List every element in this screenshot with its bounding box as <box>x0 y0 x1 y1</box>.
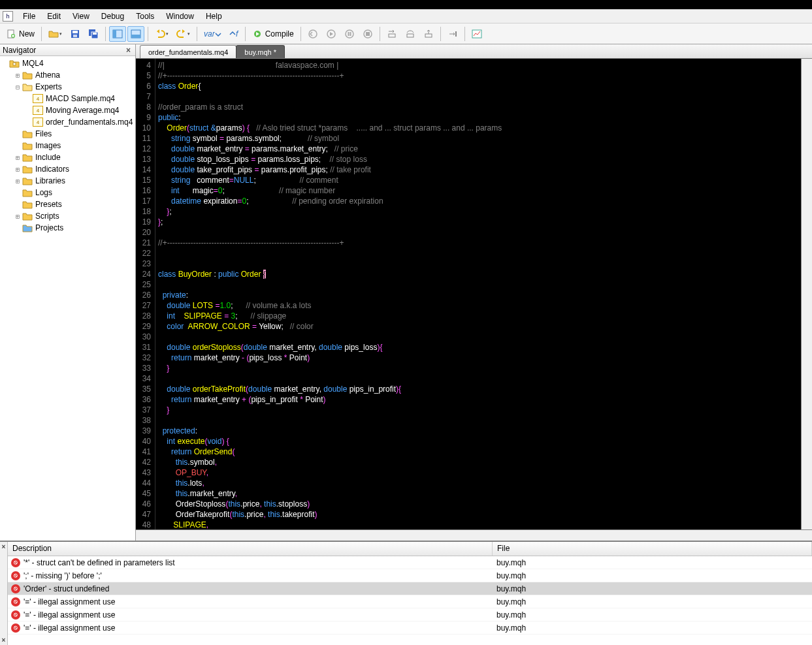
tree-item[interactable]: Images <box>0 140 135 151</box>
menu-window[interactable]: Window <box>160 10 200 23</box>
mq4-file-icon: 4 <box>33 106 43 115</box>
folder-icon <box>22 129 33 138</box>
error-icon: ⦸ <box>11 584 20 593</box>
error-icon: ⦸ <box>11 623 20 633</box>
tree-item[interactable]: Files <box>0 128 135 140</box>
expander-icon[interactable]: ⊞ <box>13 72 22 79</box>
code-content[interactable]: //| falavaspace.com |//+----------------… <box>155 59 801 529</box>
tree-item[interactable]: Presets <box>0 198 135 210</box>
menu-tools[interactable]: Tools <box>130 10 160 23</box>
tree-item[interactable]: ⊞Scripts <box>0 210 135 222</box>
tree-item-label: Logs <box>35 188 52 197</box>
expander-icon[interactable]: ⊞ <box>13 154 22 161</box>
step-out-button[interactable] <box>420 26 437 42</box>
error-icon: ⦸ <box>11 597 20 606</box>
tree-item[interactable]: Logs <box>0 187 135 198</box>
errors-close-icon[interactable]: × <box>2 543 6 550</box>
navigator-panel: Navigator × MQL4⊞Athena⊟Experts4MACD Sam… <box>0 44 136 541</box>
expander-icon[interactable]: ⊞ <box>13 178 22 185</box>
tree-root[interactable]: MQL4 <box>0 57 135 69</box>
error-row[interactable]: ⦸'=' - illegal assignment usebuy.mqh <box>8 621 812 635</box>
tree-item-label: MACD Sample.mq4 <box>46 94 115 103</box>
save-all-button[interactable] <box>85 26 102 42</box>
folder-icon <box>22 153 33 162</box>
error-description: 'Order' - struct undefined <box>24 584 109 593</box>
error-description: '=' - illegal assignment use <box>24 597 115 606</box>
tree-item[interactable]: ⊞Include <box>0 151 135 163</box>
tab-strip: order_fundamentals.mq4buy.mqh * <box>136 44 812 59</box>
error-row[interactable]: ⦸'=' - illegal assignment usebuy.mqh <box>8 595 812 608</box>
vertical-scrollbar[interactable] <box>801 59 812 529</box>
error-file: buy.mqh <box>493 610 812 620</box>
editor-tab[interactable]: order_fundamentals.mq4 <box>140 45 236 58</box>
errors-col-description[interactable]: Description <box>8 542 493 556</box>
func-button[interactable]: f <box>226 26 242 42</box>
folder-icon <box>22 188 33 197</box>
menu-debug[interactable]: Debug <box>95 10 130 23</box>
tree-item[interactable]: 4MACD Sample.mq4 <box>0 93 135 104</box>
undo-button[interactable]: ▾ <box>152 26 172 42</box>
view-pane2-button[interactable] <box>127 26 144 42</box>
horizontal-scrollbar[interactable] <box>136 529 812 541</box>
view-pane1-button[interactable] <box>109 26 126 42</box>
tree-item-label: Projects <box>35 223 63 232</box>
folder-icon <box>22 71 33 80</box>
editor-tab[interactable]: buy.mqh * <box>236 45 285 58</box>
tree-item[interactable]: 4Moving Average.mq4 <box>0 104 135 116</box>
menu-help[interactable]: Help <box>200 10 228 23</box>
new-label: New <box>19 29 35 39</box>
svg-rect-23 <box>455 31 457 37</box>
expander-icon[interactable]: ⊟ <box>13 84 22 91</box>
error-row[interactable]: ⦸';' - missing ')' before ';'buy.mqh <box>8 569 812 582</box>
redo-button[interactable]: ▾ <box>173 26 193 42</box>
save-button[interactable] <box>67 26 84 42</box>
tree-item[interactable]: ⊞Indicators <box>0 163 135 175</box>
tree-item[interactable]: ⊟Experts <box>0 81 135 93</box>
errors-col-file[interactable]: File <box>493 542 812 556</box>
debug-stop-button[interactable] <box>359 26 376 42</box>
new-button[interactable]: New <box>3 26 38 42</box>
svg-rect-22 <box>425 34 432 37</box>
tree-item[interactable]: ⊞Libraries <box>0 175 135 187</box>
error-row[interactable]: ⦸'*' - struct can't be defined in parame… <box>8 556 812 569</box>
compile-button[interactable]: Compile <box>249 26 297 42</box>
debug-pause-button[interactable] <box>341 26 358 42</box>
app-icon: h <box>3 11 13 22</box>
tree-item[interactable]: ⊞Athena <box>0 69 135 81</box>
debug-rewind-button[interactable] <box>304 26 321 42</box>
navigator-tree[interactable]: MQL4⊞Athena⊟Experts4MACD Sample.mq44Movi… <box>0 56 135 541</box>
tree-item[interactable]: Projects <box>0 222 135 234</box>
folder-icon <box>22 141 33 150</box>
error-icon: ⦸ <box>11 571 20 580</box>
menubar: h FileEditViewDebugToolsWindowHelp <box>0 9 812 24</box>
folder-icon <box>22 212 33 221</box>
folder-icon <box>22 223 33 232</box>
compile-label: Compile <box>265 29 294 39</box>
mq4-file-icon: 4 <box>33 94 43 103</box>
var-button[interactable]: var <box>201 26 225 42</box>
expander-icon[interactable]: ⊞ <box>13 213 22 220</box>
step-over-button[interactable] <box>402 26 419 42</box>
error-description: '=' - illegal assignment use <box>24 623 115 633</box>
menu-edit[interactable]: Edit <box>41 10 67 23</box>
error-row[interactable]: ⦸'Order' - struct undefinedbuy.mqh <box>8 582 812 595</box>
svg-rect-7 <box>93 33 97 35</box>
run-to-button[interactable] <box>444 26 461 42</box>
errors-rows[interactable]: ⦸'*' - struct can't be defined in parame… <box>8 556 812 645</box>
expander-icon[interactable]: ⊞ <box>13 166 22 173</box>
svg-rect-17 <box>349 32 351 36</box>
code-editor[interactable]: 4567891011121314151617181920212223242526… <box>136 59 812 529</box>
debug-start-button[interactable] <box>323 26 340 42</box>
folder-icon <box>22 200 33 209</box>
tree-item-label: Scripts <box>35 212 59 221</box>
error-row[interactable]: ⦸'=' - illegal assignment usebuy.mqh <box>8 608 812 621</box>
step-into-button[interactable] <box>383 26 400 42</box>
menu-file[interactable]: File <box>17 10 41 23</box>
navigator-close-icon[interactable]: × <box>124 46 133 55</box>
open-button[interactable]: ▾ <box>45 26 65 42</box>
errors-close-icon-2[interactable]: × <box>2 637 6 644</box>
tree-item[interactable]: 4order_fundamentals.mq4 <box>0 116 135 128</box>
tree-item-label: Presets <box>35 200 62 209</box>
chart-button[interactable] <box>468 26 485 42</box>
menu-view[interactable]: View <box>67 10 95 23</box>
